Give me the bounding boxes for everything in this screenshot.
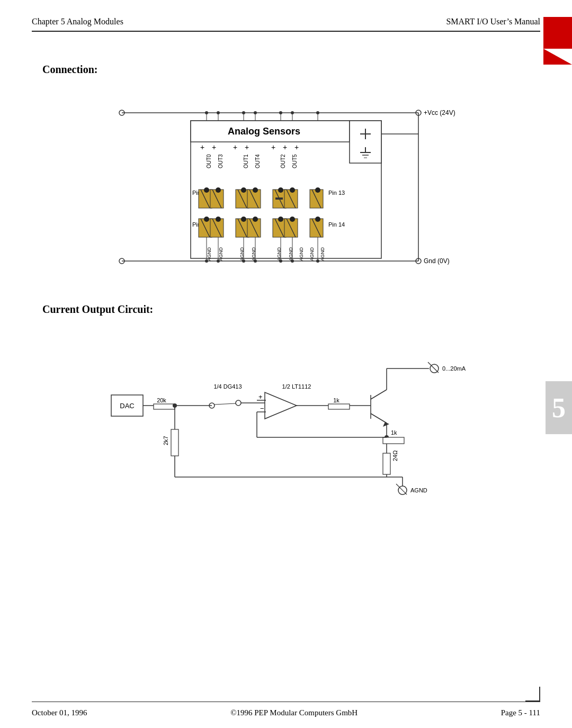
svg-point-72: [278, 217, 283, 222]
svg-text:AGND: AGND: [410, 487, 427, 493]
page-header: Chapter 5 Analog Modules SMART I/O User’…: [0, 0, 572, 26]
svg-text:OUT1: OUT1: [243, 154, 249, 168]
svg-point-99: [291, 259, 294, 263]
svg-line-146: [371, 390, 387, 399]
svg-line-133: [215, 403, 236, 405]
red-corner-tab: [543, 17, 572, 65]
svg-rect-143: [328, 404, 350, 409]
svg-marker-148: [383, 422, 389, 427]
svg-text:DAC: DAC: [120, 402, 134, 410]
svg-line-166: [396, 484, 407, 495]
page-footer: October 01, 1996 ©1996 PEP Modular Compu…: [0, 702, 572, 729]
current-output-title: Current Output Circuit:: [42, 303, 530, 316]
header-right: SMART I/O User’s Manual: [446, 17, 540, 26]
svg-point-39: [216, 187, 221, 193]
svg-text:0...20mA: 0...20mA: [442, 365, 466, 372]
svg-point-111: [279, 111, 282, 114]
chapter-side-tab: 5: [546, 381, 572, 434]
svg-point-115: [316, 111, 319, 114]
svg-text:1/2 LT1112: 1/2 LT1112: [282, 383, 311, 390]
current-circuit-diagram: DAC 20k 2k7 1/4 DG413: [42, 326, 530, 506]
svg-text:+: +: [245, 143, 249, 151]
svg-text:+: +: [233, 143, 237, 151]
chapter-number: 5: [552, 392, 566, 424]
svg-point-105: [217, 111, 220, 114]
svg-text:OUT4: OUT4: [255, 154, 261, 168]
svg-line-147: [371, 414, 387, 423]
svg-text:1/4 DG413: 1/4 DG413: [213, 383, 242, 390]
svg-point-49: [278, 187, 283, 193]
footer-divider: [32, 702, 540, 703]
svg-point-109: [254, 111, 257, 114]
svg-rect-126: [171, 429, 178, 456]
svg-text:AGND: AGND: [309, 247, 315, 261]
svg-text:AGND: AGND: [299, 247, 304, 261]
current-svg: DAC 20k 2k7 1/4 DG413: [101, 326, 471, 506]
svg-text:+: +: [258, 393, 263, 401]
svg-text:AGND: AGND: [218, 247, 224, 261]
svg-point-132: [236, 400, 241, 406]
main-content: Connection: +Vcc (24V) Gnd (0V): [0, 32, 572, 506]
svg-point-55: [315, 187, 320, 193]
svg-point-89: [205, 259, 208, 263]
svg-point-91: [217, 259, 220, 263]
svg-point-69: [253, 217, 258, 222]
svg-point-97: [279, 259, 282, 263]
svg-text:AGND: AGND: [207, 247, 212, 261]
svg-rect-122: [154, 404, 175, 409]
svg-text:20k: 20k: [157, 397, 166, 403]
svg-text:2k7: 2k7: [163, 436, 169, 445]
svg-text:+: +: [283, 143, 287, 151]
svg-point-60: [204, 217, 209, 222]
connection-diagram: +Vcc (24V) Gnd (0V) Analog Sensors: [42, 86, 530, 287]
svg-text:+Vcc (24V): +Vcc (24V): [424, 109, 455, 116]
footer-corner-mark: [525, 687, 540, 702]
svg-text:OUT0: OUT0: [206, 154, 212, 168]
footer-copyright: ©1996 PEP Modular Computers GmbH: [230, 708, 358, 717]
svg-point-52: [290, 187, 295, 193]
svg-point-95: [254, 259, 257, 263]
svg-text:OUT3: OUT3: [218, 154, 224, 168]
footer-page: Page 5 - 111: [501, 708, 540, 717]
svg-point-103: [205, 111, 208, 114]
svg-point-66: [241, 217, 246, 222]
svg-text:Gnd (0V): Gnd (0V): [424, 257, 450, 265]
svg-text:OUT5: OUT5: [292, 154, 298, 168]
svg-text:24Ω: 24Ω: [392, 451, 398, 461]
connection-svg: +Vcc (24V) Gnd (0V) Analog Sensors: [106, 86, 466, 287]
svg-text:AGND: AGND: [320, 247, 325, 261]
header-left: Chapter 5 Analog Modules: [32, 17, 123, 26]
svg-rect-48: [275, 197, 283, 200]
svg-text:−: −: [260, 405, 264, 412]
svg-point-63: [216, 217, 221, 222]
svg-point-75: [290, 217, 295, 222]
footer-content: October 01, 1996 ©1996 PEP Modular Compu…: [32, 708, 540, 717]
svg-point-36: [204, 187, 209, 193]
svg-point-93: [242, 259, 245, 263]
svg-text:Analog Sensors: Analog Sensors: [228, 126, 300, 137]
svg-point-45: [253, 187, 258, 193]
svg-text:+: +: [200, 143, 204, 151]
svg-text:+: +: [271, 143, 275, 151]
svg-text:1k: 1k: [391, 429, 397, 436]
svg-line-152: [428, 362, 439, 373]
svg-point-101: [316, 259, 319, 263]
connection-title: Connection:: [42, 64, 530, 76]
svg-text:+: +: [212, 143, 216, 151]
svg-point-42: [241, 187, 246, 193]
svg-point-107: [242, 111, 245, 114]
svg-text:1k: 1k: [333, 397, 339, 403]
svg-rect-157: [383, 437, 404, 444]
svg-point-78: [315, 217, 320, 222]
svg-rect-12: [350, 121, 381, 163]
svg-marker-136: [265, 392, 297, 419]
footer-date: October 01, 1996: [32, 708, 87, 717]
svg-text:OUT2: OUT2: [280, 154, 286, 168]
svg-text:+: +: [294, 143, 299, 151]
svg-text:Pin 14: Pin 14: [328, 221, 345, 228]
svg-text:Pin 13: Pin 13: [328, 190, 345, 196]
svg-rect-160: [383, 453, 390, 474]
svg-point-113: [291, 111, 294, 114]
